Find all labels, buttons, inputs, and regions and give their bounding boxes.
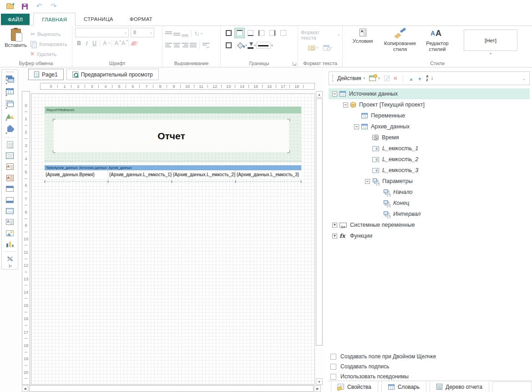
save-button[interactable] [20, 2, 29, 11]
fill-color-button[interactable] [238, 42, 245, 48]
style-gallery[interactable]: [Нет] [464, 30, 517, 51]
expander-minus-icon[interactable]: − [332, 92, 337, 97]
select-band-tool[interactable] [2, 74, 18, 86]
scroll-down-button[interactable]: ▼ [316, 378, 323, 385]
tab-page1[interactable]: Page1 [28, 69, 64, 80]
cut-button[interactable]: Вырезать [29, 29, 69, 39]
tree-item[interactable]: L_емкость_2 [329, 154, 530, 165]
report-title-band-body[interactable]: Отчет [45, 113, 301, 162]
ribbon-tab-формат[interactable]: ФОРМАТ [122, 13, 161, 25]
grow-font-button[interactable]: A [113, 40, 120, 46]
tree-item[interactable]: −Источники данных [329, 88, 530, 99]
align-middle-button[interactable] [173, 31, 180, 37]
copy-style-button[interactable]: Копирование стиля [383, 29, 417, 60]
italic-button[interactable]: I [83, 40, 91, 47]
actions-dropdown[interactable]: Действия ▾ [337, 75, 365, 81]
tree-item[interactable]: Конец [329, 198, 530, 209]
richtext-alt-tool[interactable] [2, 172, 18, 183]
paste-button[interactable]: Вставить [3, 28, 29, 60]
expander-minus-icon[interactable]: − [343, 102, 348, 107]
table-cell[interactable]: {Архив_данных.L_емкость_2} [172, 170, 235, 179]
tree-item[interactable]: Переменные [329, 110, 530, 121]
line-color-button[interactable] [248, 42, 254, 49]
ribbon-tab-страница[interactable]: СТРАНИЦА [76, 13, 122, 25]
tree-item[interactable]: L_емкость_1 [329, 143, 530, 154]
scroll-up-button[interactable]: ▲ [316, 91, 323, 97]
tree-item[interactable]: Начало [329, 187, 530, 198]
toolbar-overflow-icon[interactable] [522, 76, 526, 81]
table-band-header[interactable]: TableАрхив_данных; Источник данных: Архи… [45, 165, 301, 170]
font-name-combobox[interactable]: ▾ [75, 28, 129, 37]
expander-plus-icon[interactable]: + [332, 234, 337, 239]
clear-format-button[interactable] [130, 41, 138, 46]
rotate-text-button[interactable] [194, 30, 199, 38]
undo-button[interactable] [35, 2, 44, 11]
tree-item[interactable]: −Проект [Текущий проект] [329, 99, 530, 110]
ribbon-tab-файл[interactable]: ФАЙЛ [1, 14, 30, 25]
conditions-button[interactable]: Условия [345, 29, 380, 60]
table-cell[interactable]: {Архив_данных.L_емкость_3} [235, 170, 301, 179]
move-up-button[interactable] [409, 74, 413, 82]
tab-dictionary[interactable]: Словарь [381, 382, 426, 392]
bold-button[interactable]: B [75, 40, 83, 46]
shape-tool[interactable] [2, 111, 18, 123]
edit-item-button[interactable] [384, 76, 390, 81]
report-title-textbox[interactable]: Отчет [54, 120, 289, 152]
align-right-button[interactable] [182, 42, 188, 48]
right-border-button[interactable] [267, 28, 278, 38]
table-cell[interactable]: {Архив_данных.L_емкость_1} [108, 170, 172, 179]
tree-item[interactable]: −Параметры [329, 176, 530, 187]
toolbar-grip[interactable] [332, 75, 333, 82]
toolbar-grip[interactable] [6, 71, 14, 72]
services-tool[interactable] [2, 253, 18, 264]
plugin-tool[interactable] [2, 123, 18, 136]
font-color-button[interactable]: A [101, 40, 108, 46]
label-tool[interactable] [2, 217, 18, 228]
bottom-border-button[interactable] [245, 28, 256, 38]
style-editor-button[interactable]: Редактор стилей [420, 29, 455, 60]
no-borders-button[interactable] [278, 28, 289, 38]
tree-item[interactable]: Интервал [329, 209, 530, 219]
new-item-button[interactable]: ▾ [369, 76, 380, 81]
image-tool[interactable] [2, 228, 18, 239]
expander-plus-icon[interactable]: + [332, 223, 337, 228]
vertical-scroll-thumb[interactable] [316, 98, 323, 346]
delete-button[interactable]: Удалить [29, 49, 69, 59]
component-tool[interactable] [2, 99, 18, 111]
tab-properties[interactable]: Свойства [331, 382, 378, 392]
underline-button[interactable]: U [91, 40, 98, 46]
line-style-button[interactable] [256, 42, 271, 49]
move-down-button[interactable] [417, 74, 422, 82]
align-justify-button[interactable] [190, 42, 197, 48]
expander-minus-icon[interactable]: − [365, 179, 370, 184]
richtext-tool[interactable] [2, 161, 18, 172]
tab-report-tree[interactable]: Дерево отчета [430, 382, 489, 392]
all-borders-button[interactable] [223, 28, 234, 38]
redo-button[interactable] [49, 2, 58, 11]
chart-tool[interactable] [2, 239, 18, 249]
report-title-band-header[interactable]: ReportTitleBand1 [45, 107, 301, 113]
tree-item[interactable]: −Архив_данных [329, 121, 530, 132]
currency-format-button[interactable]: ▾ [308, 46, 319, 51]
checkbox-1[interactable] [330, 354, 336, 360]
top-border-button[interactable] [234, 28, 245, 38]
open-button[interactable] [5, 2, 15, 11]
delete-item-button[interactable] [394, 74, 398, 82]
ribbon-tab-главная[interactable]: ГЛАВНАЯ [33, 13, 76, 26]
align-top-button[interactable] [165, 31, 172, 37]
textbox-tool[interactable] [2, 150, 18, 161]
align-center-button[interactable] [173, 42, 180, 48]
scroll-left-button[interactable]: ◀ [22, 385, 28, 392]
tree-item[interactable]: L_емкость_3 [329, 165, 530, 176]
align-bottom-button[interactable] [182, 31, 188, 37]
data-band-tool[interactable] [2, 205, 18, 216]
tab-preview[interactable]: Предварительный просмотр [66, 69, 159, 80]
expander-minus-icon[interactable]: − [354, 124, 359, 129]
vertical-scroll-track[interactable] [316, 97, 323, 378]
table-cell[interactable]: {Архив_данных.Время} [45, 170, 108, 179]
copy-button[interactable]: Копировать [29, 39, 69, 49]
scroll-right-button[interactable]: ▶ [314, 385, 321, 392]
align-left-button[interactable] [165, 42, 172, 48]
horizontal-scroll-thumb[interactable] [29, 385, 314, 392]
sort-az-button[interactable] [426, 75, 433, 82]
